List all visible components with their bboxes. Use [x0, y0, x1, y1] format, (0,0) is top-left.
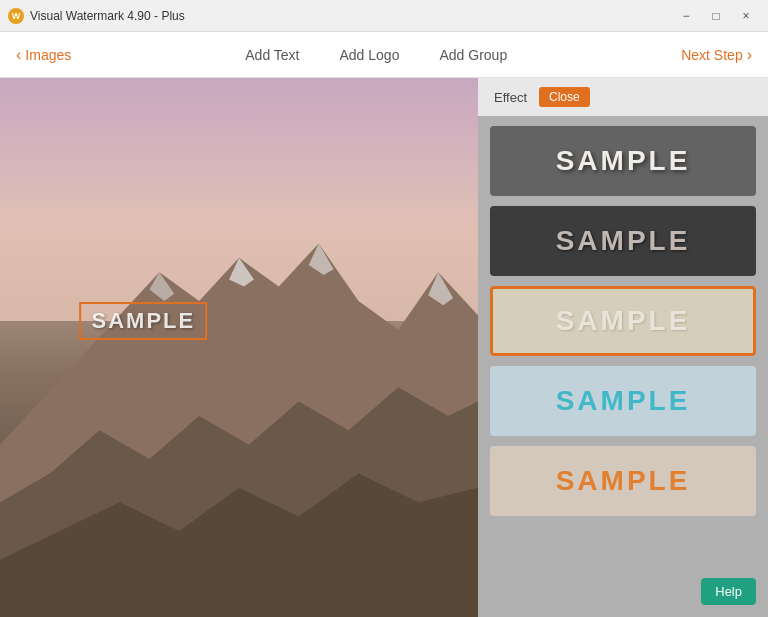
effect-close-button[interactable]: Close: [539, 87, 590, 107]
effect-text-1: SAMPLE: [556, 145, 691, 177]
effect-header: Effect Close: [478, 78, 768, 116]
images-label[interactable]: Images: [25, 47, 71, 63]
add-logo-nav[interactable]: Add Logo: [340, 47, 400, 63]
chevron-right-icon: ›: [747, 46, 752, 64]
canvas-area[interactable]: SAMPLE: [0, 78, 478, 617]
effect-label: Effect: [494, 90, 527, 105]
window-controls: − □ ×: [672, 6, 760, 26]
effect-item-4[interactable]: SAMPLE: [490, 366, 756, 436]
title-bar-left: W Visual Watermark 4.90 - Plus: [8, 8, 185, 24]
app-icon: W: [8, 8, 24, 24]
images-nav[interactable]: ‹ Images: [16, 46, 71, 64]
effect-item-3[interactable]: SAMPLE: [490, 286, 756, 356]
add-text-nav[interactable]: Add Text: [245, 47, 299, 63]
window-close-button[interactable]: ×: [732, 6, 760, 26]
next-step-label[interactable]: Next Step: [681, 47, 742, 63]
mountain-image: SAMPLE: [0, 78, 478, 617]
toolbar: ‹ Images Add Text Add Logo Add Group Nex…: [0, 32, 768, 78]
toolbar-center: Add Text Add Logo Add Group: [71, 47, 681, 63]
effect-list[interactable]: SAMPLE SAMPLE SAMPLE SAMPLE SAMPLE: [478, 116, 768, 617]
effect-item-1[interactable]: SAMPLE: [490, 126, 756, 196]
effect-text-4: SAMPLE: [556, 385, 691, 417]
effect-text-5: SAMPLE: [556, 465, 691, 497]
watermark-text: SAMPLE: [92, 308, 196, 333]
effect-text-2: SAMPLE: [556, 225, 691, 257]
add-group-nav[interactable]: Add Group: [439, 47, 507, 63]
watermark-on-image[interactable]: SAMPLE: [80, 302, 208, 340]
maximize-button[interactable]: □: [702, 6, 730, 26]
effect-panel: Effect Close SAMPLE SAMPLE SAMPLE SAMPLE: [478, 78, 768, 617]
next-step-nav[interactable]: Next Step ›: [681, 46, 752, 64]
minimize-button[interactable]: −: [672, 6, 700, 26]
main-content: SAMPLE Effect Close SAMPLE SAMPLE SAMPLE: [0, 78, 768, 617]
chevron-left-icon: ‹: [16, 46, 21, 64]
effect-text-3: SAMPLE: [556, 305, 691, 337]
effect-item-5[interactable]: SAMPLE: [490, 446, 756, 516]
title-bar: W Visual Watermark 4.90 - Plus − □ ×: [0, 0, 768, 32]
mountain-svg: [0, 186, 478, 617]
help-button[interactable]: Help: [701, 578, 756, 605]
effect-item-2[interactable]: SAMPLE: [490, 206, 756, 276]
window-title: Visual Watermark 4.90 - Plus: [30, 9, 185, 23]
